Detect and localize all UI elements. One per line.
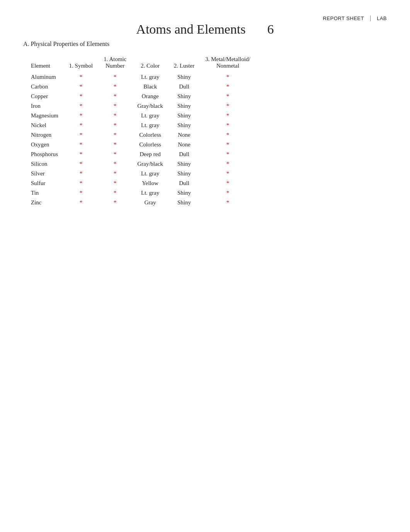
star-icon: * [226,141,229,148]
cell-element: Sulfur [31,178,64,188]
cell-atomic-number: * [98,101,132,111]
star-icon: * [80,74,83,80]
top-header: REPORT SHEET LAB [23,15,387,21]
cell-atomic-number: * [98,72,132,82]
cell-luster: None [168,140,200,150]
cell-atomic-number: * [98,92,132,101]
star-icon: * [80,122,83,128]
cell-classification: * [200,92,256,101]
star-icon: * [80,112,83,119]
cell-classification: * [200,169,256,178]
table-row: Silicon**Gray/blackShiny* [31,159,256,169]
star-icon: * [80,93,83,99]
col-symbol: 1. Symbol [64,54,98,72]
cell-color: Orange [132,92,169,101]
star-icon: * [226,74,229,80]
col-atomic: 1. Atomic Number [98,54,132,72]
cell-color: Colorless [132,140,169,150]
cell-element: Nickel [31,121,64,130]
cell-symbol: * [64,140,98,150]
cell-classification: * [200,140,256,150]
cell-symbol: * [64,169,98,178]
table-row: Zinc**GrayShiny* [31,198,256,207]
cell-luster: Shiny [168,72,200,82]
cell-atomic-number: * [98,169,132,178]
star-icon: * [226,161,229,167]
cell-symbol: * [64,82,98,92]
cell-luster: Shiny [168,159,200,169]
star-icon: * [114,122,117,128]
star-icon: * [114,180,117,186]
col-luster: 2. Luster [168,54,200,72]
cell-color: Lt. gray [132,121,169,130]
cell-element: Silver [31,169,64,178]
lab-number: 6 [267,22,274,37]
section-label: A. Physical Properties of Elements [23,41,387,48]
page-container: REPORT SHEET LAB Atoms and Elements 6 A.… [23,15,387,207]
table-row: Sulfur**YellowDull* [31,178,256,188]
cell-luster: Shiny [168,188,200,198]
cell-classification: * [200,130,256,140]
star-icon: * [80,180,83,186]
cell-symbol: * [64,198,98,207]
cell-atomic-number: * [98,159,132,169]
cell-color: Lt. gray [132,72,169,82]
cell-atomic-number: * [98,178,132,188]
cell-element: Magnesium [31,111,64,121]
star-icon: * [226,151,229,157]
cell-atomic-number: * [98,130,132,140]
star-icon: * [114,170,117,177]
cell-luster: None [168,130,200,140]
cell-element: Carbon [31,82,64,92]
cell-luster: Shiny [168,198,200,207]
cell-atomic-number: * [98,198,132,207]
table-row: Iron**Gray/blackShiny* [31,101,256,111]
cell-element: Iron [31,101,64,111]
cell-symbol: * [64,188,98,198]
star-icon: * [80,132,83,138]
cell-luster: Shiny [168,111,200,121]
cell-color: Yellow [132,178,169,188]
cell-classification: * [200,178,256,188]
cell-color: Gray/black [132,101,169,111]
cell-classification: * [200,72,256,82]
report-sheet-label: REPORT SHEET [323,15,371,21]
cell-symbol: * [64,130,98,140]
table-row: Oxygen**ColorlessNone* [31,140,256,150]
table-row: Magnesium**Lt. grayShiny* [31,111,256,121]
table-row: Copper**OrangeShiny* [31,92,256,101]
cell-color: Lt. gray [132,188,169,198]
cell-classification: * [200,111,256,121]
cell-classification: * [200,150,256,159]
star-icon: * [80,199,83,206]
cell-symbol: * [64,159,98,169]
star-icon: * [80,141,83,148]
star-icon: * [114,112,117,119]
cell-luster: Dull [168,150,200,159]
table-row: Nitrogen**ColorlessNone* [31,130,256,140]
cell-element: Tin [31,188,64,198]
star-icon: * [226,112,229,119]
star-icon: * [226,122,229,128]
cell-classification: * [200,82,256,92]
star-icon: * [114,190,117,196]
cell-atomic-number: * [98,121,132,130]
lab-label: LAB [377,15,387,21]
star-icon: * [226,190,229,196]
main-title: Atoms and Elements [136,22,246,37]
cell-element: Phosphorus [31,150,64,159]
cell-luster: Dull [168,178,200,188]
cell-element: Zinc [31,198,64,207]
cell-classification: * [200,188,256,198]
cell-element: Nitrogen [31,130,64,140]
table-header-row: Element 1. Symbol 1. Atomic Number 2. Co… [31,54,256,72]
cell-element: Silicon [31,159,64,169]
cell-classification: * [200,159,256,169]
table-row: Carbon**BlackDull* [31,82,256,92]
cell-symbol: * [64,150,98,159]
cell-symbol: * [64,111,98,121]
cell-element: Copper [31,92,64,101]
star-icon: * [114,93,117,99]
star-icon: * [80,170,83,177]
cell-color: Black [132,82,169,92]
